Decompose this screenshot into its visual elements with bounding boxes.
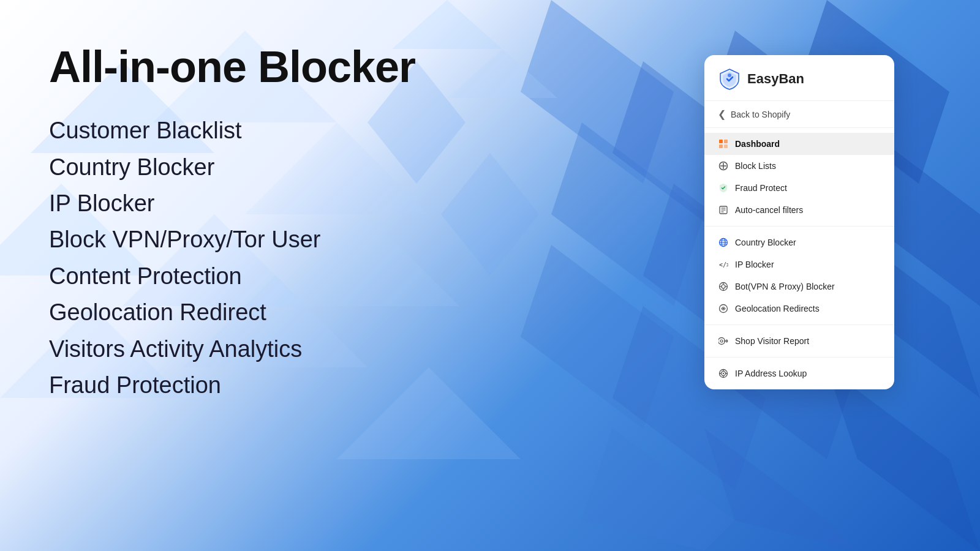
svg-point-58 bbox=[720, 340, 723, 342]
bot-blocker-label: Bot(VPN & Proxy) Blocker bbox=[735, 282, 835, 291]
visitor-report-icon bbox=[718, 335, 729, 347]
main-content: All-in-one Blocker Customer BlacklistCou… bbox=[0, 0, 980, 551]
bot-blocker-icon bbox=[718, 281, 729, 292]
svg-rect-30 bbox=[724, 140, 728, 143]
feature-item: Geolocation Redirect bbox=[49, 298, 704, 328]
svg-point-28 bbox=[728, 73, 731, 77]
feature-list: Customer BlacklistCountry BlockerIP Bloc… bbox=[49, 116, 704, 400]
sidebar-section: EasyBan ❮ Back to Shopify bbox=[704, 55, 894, 389]
geolocation-label: Geolocation Redirects bbox=[735, 304, 820, 313]
ip-lookup-icon bbox=[718, 368, 729, 379]
auto-cancel-label: Auto-cancel filters bbox=[735, 205, 803, 215]
ip-blocker-label: IP Blocker bbox=[735, 260, 774, 269]
fraud-protect-icon bbox=[718, 182, 729, 193]
svg-point-47 bbox=[722, 285, 725, 288]
main-title: All-in-one Blocker bbox=[49, 43, 704, 91]
block-lists-label: Block Lists bbox=[735, 161, 776, 171]
feature-item: Customer Blacklist bbox=[49, 116, 704, 146]
svg-point-54 bbox=[718, 338, 725, 345]
logo-area: EasyBan bbox=[704, 55, 894, 101]
feature-item: Content Protection bbox=[49, 261, 704, 291]
svg-rect-31 bbox=[719, 144, 723, 148]
nav-item-fraud-protect[interactable]: Fraud Protect bbox=[704, 177, 894, 199]
nav-item-block-lists[interactable]: Block Lists bbox=[704, 155, 894, 177]
svg-rect-32 bbox=[724, 144, 728, 148]
svg-text:</>: </> bbox=[719, 261, 728, 268]
easyban-logo-icon bbox=[718, 67, 741, 91]
feature-item: Visitors Activity Analytics bbox=[49, 334, 704, 364]
ip-lookup-label: IP Address Lookup bbox=[735, 369, 807, 378]
nav-item-bot-blocker[interactable]: Bot(VPN & Proxy) Blocker bbox=[704, 276, 894, 298]
nav-section-4: IP Address Lookup bbox=[704, 358, 894, 389]
nav-section-1: Dashboard Block Lists bbox=[704, 128, 894, 227]
dashboard-label: Dashboard bbox=[735, 139, 780, 149]
ip-blocker-icon: </> bbox=[718, 259, 729, 270]
nav-item-ip-lookup[interactable]: IP Address Lookup bbox=[704, 362, 894, 384]
fraud-protect-label: Fraud Protect bbox=[735, 183, 787, 193]
svg-point-65 bbox=[723, 373, 724, 374]
back-arrow-icon: ❮ bbox=[718, 108, 726, 120]
country-blocker-icon bbox=[718, 237, 729, 248]
feature-item: Country Blocker bbox=[49, 152, 704, 182]
auto-cancel-icon bbox=[718, 204, 729, 216]
nav-item-auto-cancel[interactable]: Auto-cancel filters bbox=[704, 199, 894, 221]
nav-item-visitor-report[interactable]: Shop Visitor Report bbox=[704, 330, 894, 352]
visitor-report-label: Shop Visitor Report bbox=[735, 336, 809, 346]
left-section: All-in-one Blocker Customer BlacklistCou… bbox=[49, 37, 704, 400]
country-blocker-label: Country Blocker bbox=[735, 238, 796, 247]
feature-item: Fraud Protection bbox=[49, 370, 704, 400]
nav-item-geolocation[interactable]: Geolocation Redirects bbox=[704, 298, 894, 320]
nav-item-ip-blocker[interactable]: </> IP Blocker bbox=[704, 253, 894, 276]
block-lists-icon bbox=[718, 160, 729, 171]
dashboard-icon bbox=[718, 138, 729, 149]
nav-item-dashboard[interactable]: Dashboard bbox=[704, 133, 894, 155]
svg-rect-29 bbox=[719, 140, 723, 143]
nav-section-2: Country Blocker </> IP Blocker bbox=[704, 227, 894, 325]
nav-item-country-blocker[interactable]: Country Blocker bbox=[704, 231, 894, 253]
back-link-label: Back to Shopify bbox=[731, 110, 790, 119]
back-to-shopify-button[interactable]: ❮ Back to Shopify bbox=[704, 101, 894, 128]
svg-point-53 bbox=[723, 308, 725, 310]
feature-item: IP Blocker bbox=[49, 189, 704, 219]
sidebar-card: EasyBan ❮ Back to Shopify bbox=[704, 55, 894, 389]
geolocation-icon bbox=[718, 303, 729, 314]
logo-text: EasyBan bbox=[747, 71, 804, 87]
nav-section-3: Shop Visitor Report bbox=[704, 325, 894, 358]
feature-item: Block VPN/Proxy/Tor User bbox=[49, 225, 704, 255]
